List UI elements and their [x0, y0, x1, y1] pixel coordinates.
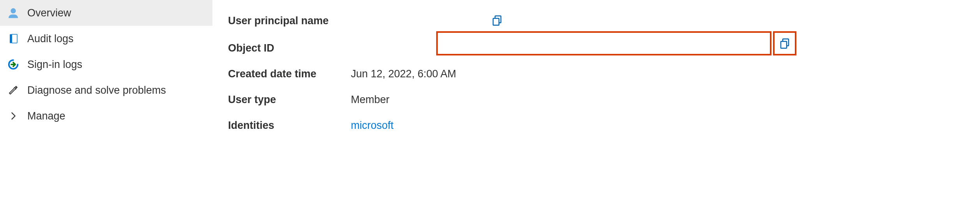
property-row-upn: User principal name [228, 8, 964, 34]
sidebar-item-label: Overview [27, 7, 71, 19]
copy-upn-button[interactable] [489, 12, 505, 28]
copy-icon [491, 14, 503, 26]
sidebar-item-audit-logs[interactable]: Audit logs [0, 26, 212, 52]
created-label: Created date time [228, 68, 351, 80]
sidebar-item-manage[interactable]: Manage [0, 103, 212, 129]
object-id-label: Object ID [228, 42, 351, 54]
svg-rect-5 [493, 18, 499, 25]
notebook-icon [7, 32, 19, 45]
sidebar: Overview Audit logs Sign-in logs Diagnos… [0, 0, 212, 221]
sidebar-item-label: Sign-in logs [27, 59, 82, 71]
property-row-created: Created date time Jun 12, 2022, 6:00 AM [228, 61, 964, 87]
property-row-identities: Identities microsoft [228, 112, 964, 138]
copy-icon [779, 37, 791, 49]
sidebar-item-label: Manage [27, 110, 65, 122]
sidebar-item-signin-logs[interactable]: Sign-in logs [0, 52, 212, 77]
property-row-user-type: User type Member [228, 87, 964, 112]
user-type-label: User type [228, 94, 351, 106]
user-type-value: Member [351, 94, 964, 106]
main-panel: User principal name Object ID Created da… [212, 0, 980, 221]
sidebar-item-label: Audit logs [27, 33, 74, 45]
wrench-icon [7, 84, 19, 96]
svg-rect-3 [10, 34, 12, 43]
identities-label: Identities [228, 119, 351, 132]
identities-value[interactable]: microsoft [351, 119, 964, 132]
created-value: Jun 12, 2022, 6:00 AM [351, 68, 964, 80]
person-icon [7, 7, 19, 19]
copy-object-id-button[interactable] [779, 37, 791, 49]
highlight-copy-object-id [773, 31, 796, 55]
upn-label: User principal name [228, 15, 351, 27]
property-row-object-id: Object ID [228, 35, 964, 61]
chevron-right-icon [7, 110, 19, 122]
sidebar-item-label: Diagnose and solve problems [27, 84, 166, 96]
svg-rect-2 [12, 34, 17, 43]
sidebar-item-overview[interactable]: Overview [0, 0, 212, 26]
signin-icon [7, 58, 19, 71]
svg-point-0 [11, 8, 16, 13]
sidebar-item-diagnose[interactable]: Diagnose and solve problems [0, 77, 212, 103]
svg-rect-7 [781, 41, 787, 48]
